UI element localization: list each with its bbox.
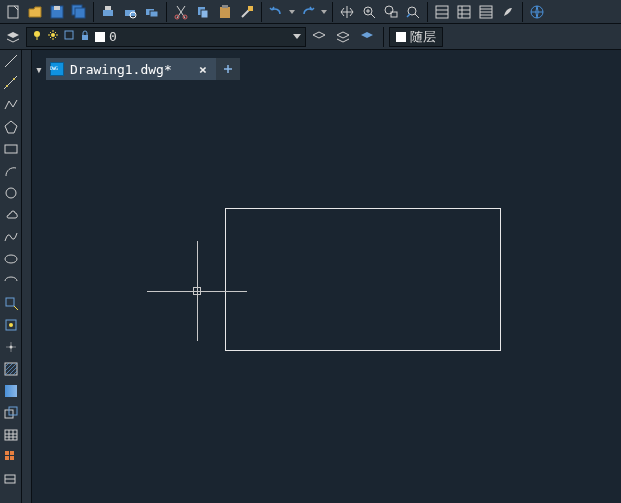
rectangle-tool[interactable] xyxy=(2,140,20,158)
layer-previous-button[interactable] xyxy=(308,27,330,47)
ellipse-arc-tool[interactable] xyxy=(2,272,20,290)
print-preview-button[interactable] xyxy=(119,2,141,22)
linetype-label: 随层 xyxy=(410,28,436,46)
frame-icon xyxy=(63,29,75,44)
color-swatch xyxy=(396,32,406,42)
arc-tool[interactable] xyxy=(2,162,20,180)
svg-point-27 xyxy=(51,33,55,37)
paste-button[interactable] xyxy=(214,2,236,22)
linetype-dropdown[interactable]: 随层 xyxy=(389,27,443,47)
svg-rect-35 xyxy=(6,298,14,306)
svg-rect-2 xyxy=(54,6,60,10)
svg-rect-22 xyxy=(436,6,448,18)
redo-dropdown[interactable] xyxy=(319,2,329,22)
svg-rect-29 xyxy=(82,35,88,40)
svg-point-11 xyxy=(175,15,179,19)
construction-line-tool[interactable] xyxy=(2,74,20,92)
undo-button[interactable] xyxy=(265,2,287,22)
line-tool[interactable] xyxy=(2,52,20,70)
svg-rect-16 xyxy=(222,5,228,8)
tab-title: Drawing1.dwg* xyxy=(70,62,172,77)
layer-properties-button[interactable] xyxy=(2,27,24,47)
gradient-tool[interactable] xyxy=(2,382,20,400)
layer-dropdown[interactable]: 0 xyxy=(26,27,306,47)
design-center-button[interactable] xyxy=(497,2,519,22)
new-file-button[interactable] xyxy=(2,2,24,22)
svg-rect-6 xyxy=(105,6,111,10)
new-tab-button[interactable] xyxy=(216,58,240,80)
separator xyxy=(427,2,428,22)
svg-rect-14 xyxy=(201,10,208,18)
svg-point-31 xyxy=(13,78,15,80)
make-block-tool[interactable] xyxy=(2,316,20,334)
svg-point-12 xyxy=(183,15,187,19)
spline-tool[interactable] xyxy=(2,228,20,246)
svg-point-30 xyxy=(6,85,8,87)
polyline-tool[interactable] xyxy=(2,96,20,114)
lock-icon xyxy=(79,29,91,44)
rectangle-entity[interactable] xyxy=(225,208,501,351)
layer-isolate-button[interactable] xyxy=(356,27,378,47)
svg-rect-4 xyxy=(75,8,85,18)
svg-rect-17 xyxy=(248,6,253,11)
zoom-window-button[interactable] xyxy=(380,2,402,22)
save-button[interactable] xyxy=(46,2,68,22)
svg-rect-40 xyxy=(5,385,17,397)
color-swatch xyxy=(95,32,105,42)
cut-button[interactable] xyxy=(170,2,192,22)
bulb-icon xyxy=(31,29,43,44)
svg-point-37 xyxy=(9,323,13,327)
svg-rect-23 xyxy=(458,6,470,18)
open-file-button[interactable] xyxy=(24,2,46,22)
publish-button[interactable] xyxy=(141,2,163,22)
ellipse-tool[interactable] xyxy=(2,250,20,268)
save-all-button[interactable] xyxy=(68,2,90,22)
tool-palettes-button[interactable] xyxy=(475,2,497,22)
document-tabbar: ▾ Drawing1.dwg* × xyxy=(32,58,240,80)
hatch-tool[interactable] xyxy=(2,360,20,378)
table-tool[interactable] xyxy=(2,426,20,444)
add-selected-tool[interactable] xyxy=(2,470,20,488)
copy-button[interactable] xyxy=(192,2,214,22)
undo-dropdown[interactable] xyxy=(287,2,297,22)
polygon-tool[interactable] xyxy=(2,118,20,136)
svg-rect-45 xyxy=(10,451,14,455)
svg-rect-44 xyxy=(5,451,9,455)
svg-point-33 xyxy=(6,188,16,198)
revision-cloud-tool[interactable] xyxy=(2,206,20,224)
svg-point-19 xyxy=(385,6,393,14)
draw-toolbar xyxy=(0,50,22,503)
close-tab-button[interactable]: × xyxy=(196,62,210,76)
mtext-tool[interactable] xyxy=(2,448,20,466)
zoom-previous-button[interactable] xyxy=(402,2,424,22)
properties-button[interactable] xyxy=(431,2,453,22)
rail-edge xyxy=(22,50,32,503)
svg-rect-5 xyxy=(103,10,113,16)
match-properties-button[interactable] xyxy=(236,2,258,22)
region-tool[interactable] xyxy=(2,404,20,422)
svg-rect-10 xyxy=(150,11,158,17)
separator xyxy=(166,2,167,22)
svg-rect-43 xyxy=(5,430,17,440)
circle-tool[interactable] xyxy=(2,184,20,202)
svg-point-34 xyxy=(5,255,17,263)
svg-rect-46 xyxy=(5,456,9,460)
document-tab-active[interactable]: Drawing1.dwg* × xyxy=(46,58,216,80)
point-tool[interactable] xyxy=(2,338,20,356)
drawing-canvas[interactable] xyxy=(32,80,621,503)
sheet-set-button[interactable] xyxy=(453,2,475,22)
layer-states-button[interactable] xyxy=(332,27,354,47)
sun-icon xyxy=(47,29,59,44)
print-button[interactable] xyxy=(97,2,119,22)
redo-button[interactable] xyxy=(297,2,319,22)
layer-name: 0 xyxy=(109,29,117,44)
help-web-button[interactable] xyxy=(526,2,548,22)
separator xyxy=(383,27,384,47)
separator xyxy=(93,2,94,22)
insert-block-tool[interactable] xyxy=(2,294,20,312)
standard-toolbar xyxy=(0,0,621,24)
zoom-realtime-button[interactable] xyxy=(358,2,380,22)
svg-point-26 xyxy=(34,31,40,37)
pan-button[interactable] xyxy=(336,2,358,22)
tab-list-dropdown[interactable]: ▾ xyxy=(32,58,46,80)
